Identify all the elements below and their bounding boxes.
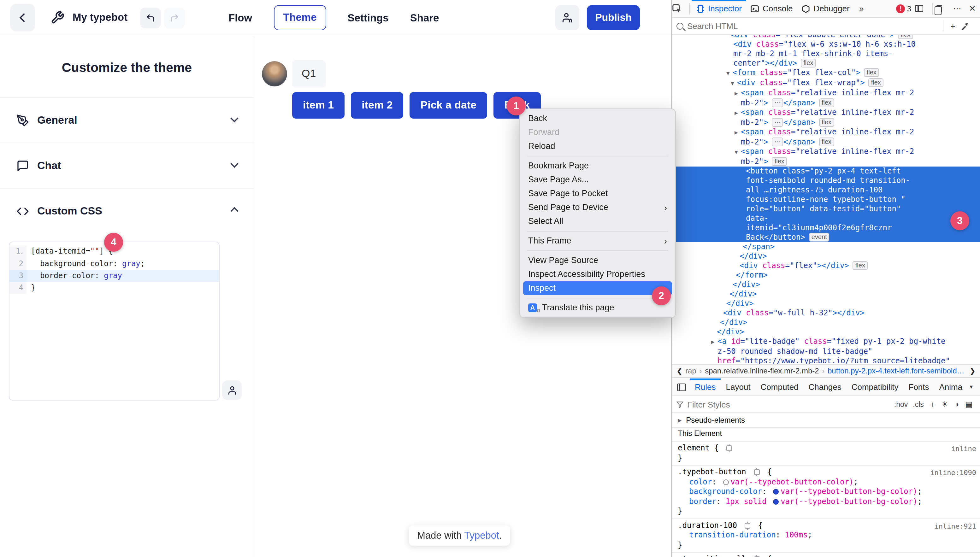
element-picker-button[interactable] bbox=[672, 4, 687, 13]
choice-button-1[interactable]: item 1 bbox=[292, 92, 344, 119]
tree-row[interactable]: </div> bbox=[672, 327, 980, 337]
tree-row[interactable]: <div class="flex w-6 xs:w-10 h-6 xs:h-10… bbox=[672, 40, 980, 68]
color-swatch[interactable] bbox=[773, 498, 779, 504]
menu-item-reload[interactable]: Reload bbox=[520, 139, 675, 153]
rule-source-link[interactable]: inline bbox=[951, 444, 977, 454]
eyedropper-button[interactable] bbox=[960, 22, 975, 30]
split-console-button[interactable] bbox=[915, 5, 930, 12]
expand-arrow-icon[interactable]: ▶ bbox=[735, 128, 741, 137]
sidebar-toggle-icon[interactable] bbox=[677, 383, 686, 391]
breadcrumb-item[interactable]: rap bbox=[685, 366, 696, 375]
tree-row[interactable]: ▼<form class="flex flex-col">flex bbox=[672, 68, 980, 78]
css-rule[interactable]: inline:921.duration-100 {transition-dura… bbox=[672, 518, 980, 552]
responsive-mode-button[interactable] bbox=[934, 5, 950, 12]
menu-item-bookmark-page[interactable]: Bookmark Page bbox=[520, 159, 675, 173]
collapse-arrow-icon[interactable]: ▼ bbox=[726, 69, 733, 78]
tab-theme[interactable]: Theme bbox=[274, 5, 326, 30]
rule-source-link[interactable]: inline:916 bbox=[934, 555, 976, 557]
menu-item-save-page-to-pocket[interactable]: Save Page to Pocket bbox=[520, 187, 675, 200]
rules-tab-changes[interactable]: Changes bbox=[804, 378, 846, 396]
expand-arrow-icon[interactable]: ▶ bbox=[735, 109, 741, 118]
class-toggle[interactable]: .cls bbox=[913, 401, 924, 408]
choice-button-2[interactable]: item 2 bbox=[351, 92, 403, 119]
tree-row[interactable]: ▼<div class="flex flex-wrap">flex bbox=[672, 78, 980, 88]
collapsed-content-icon[interactable]: ⋯ bbox=[772, 98, 783, 107]
menu-item-view-page-source[interactable]: View Page Source bbox=[520, 254, 675, 267]
highlight-target-icon[interactable] bbox=[727, 445, 732, 451]
tree-row[interactable]: </form> bbox=[672, 270, 980, 280]
rules-tab-rules[interactable]: Rules bbox=[690, 378, 721, 396]
expand-arrow-icon[interactable]: ▶ bbox=[711, 337, 717, 347]
rules-tab-computed[interactable]: Computed bbox=[756, 378, 804, 396]
expand-arrow-icon[interactable]: ▶ bbox=[735, 89, 741, 98]
typebot-title[interactable]: My typebot bbox=[73, 11, 127, 23]
color-swatch[interactable] bbox=[773, 489, 779, 495]
light-theme-sim-button[interactable]: ☀ bbox=[941, 400, 948, 409]
menu-item-send-page-to-device[interactable]: Send Page to Device› bbox=[520, 200, 675, 215]
collapse-arrow-icon[interactable]: ▼ bbox=[731, 79, 737, 88]
tree-row[interactable]: ▶<a id="lite-badge" class="fixed py-1 px… bbox=[672, 337, 980, 364]
css-rule[interactable]: inlineelement { } bbox=[672, 441, 980, 465]
menu-item-save-page-as[interactable]: Save Page As... bbox=[520, 173, 675, 187]
css-rule[interactable]: inline:916.transition-all {transition-pr… bbox=[672, 552, 980, 557]
tab-share[interactable]: Share bbox=[410, 12, 439, 24]
selected-element-row[interactable]: <button class="py-2 px-4 text-leftfont-s… bbox=[672, 166, 980, 242]
dark-theme-sim-button[interactable]: ◑ bbox=[954, 400, 959, 409]
collapse-arrow-icon[interactable]: ▼ bbox=[735, 148, 741, 157]
html-tree[interactable]: <div class="flex bubble enter done">flex… bbox=[672, 35, 980, 364]
rule-source-link[interactable]: inline:921 bbox=[934, 521, 976, 531]
sidebar-section-custom-css[interactable]: Custom CSS bbox=[0, 188, 254, 233]
tree-row[interactable]: ▶<span class="relative inline-flex mr-2m… bbox=[672, 88, 980, 108]
editor-line-4[interactable]: 4} bbox=[10, 282, 219, 294]
add-rule-button[interactable]: + bbox=[929, 399, 935, 410]
tree-row[interactable]: </div> bbox=[672, 280, 980, 290]
rules-tab-fonts[interactable]: Fonts bbox=[903, 378, 934, 396]
devtools-more-button[interactable]: ⋯ bbox=[950, 4, 965, 13]
breadcrumb-item[interactable]: button.py-2.px-4.text-left.font-semibold… bbox=[828, 366, 965, 375]
error-badge-icon[interactable]: ! bbox=[896, 4, 905, 13]
menu-item-this-frame[interactable]: This Frame› bbox=[520, 234, 675, 248]
hover-toggle[interactable]: :hov bbox=[894, 401, 908, 408]
editor-line-2[interactable]: 2 background-color: gray; bbox=[10, 258, 219, 270]
typebot-link[interactable]: Typebot bbox=[464, 530, 499, 541]
tabs-dropdown-icon[interactable]: ▼ bbox=[969, 384, 974, 390]
menu-item-select-all[interactable]: Select All bbox=[520, 215, 675, 228]
devtools-tab-console[interactable]: Console bbox=[746, 0, 797, 17]
search-html-input[interactable] bbox=[687, 21, 941, 31]
filter-styles-input[interactable] bbox=[687, 400, 892, 409]
tree-row[interactable]: ▶<span class="relative inline-flex mr-2m… bbox=[672, 108, 980, 127]
tree-row[interactable]: </div> bbox=[672, 299, 980, 308]
breadcrumb-back-arrow[interactable]: ❮ bbox=[674, 366, 685, 375]
tree-row[interactable]: </div> bbox=[672, 318, 980, 327]
flex-badge[interactable]: flex bbox=[869, 78, 884, 87]
flex-badge[interactable]: flex bbox=[772, 157, 787, 166]
flex-badge[interactable]: flex bbox=[898, 35, 913, 39]
preview-avatar-button[interactable] bbox=[222, 380, 242, 400]
collapsed-content-icon[interactable]: ⋯ bbox=[772, 137, 783, 147]
color-swatch[interactable] bbox=[723, 479, 729, 485]
devtools-close-button[interactable]: ✕ bbox=[965, 4, 980, 13]
event-badge[interactable]: event bbox=[809, 233, 830, 242]
tab-overflow-button[interactable]: » bbox=[854, 4, 869, 13]
custom-css-editor[interactable]: 1⌄[data-itemid=""] {2 background-color: … bbox=[9, 242, 220, 401]
collapsed-content-icon[interactable]: ⋯ bbox=[772, 118, 783, 127]
tree-row[interactable]: </span> bbox=[672, 242, 980, 252]
devtools-tab-debugger[interactable]: Debugger bbox=[797, 0, 854, 17]
tab-flow[interactable]: Flow bbox=[228, 12, 252, 24]
rules-list[interactable]: inlineelement { }inline:1090.typebot-but… bbox=[672, 441, 980, 557]
sidebar-section-chat[interactable]: Chat bbox=[0, 143, 254, 188]
pseudo-elements-row[interactable]: ▶ Pseudo-elements bbox=[672, 413, 980, 428]
tree-row[interactable]: ▼<span class="relative inline-flex mr-2m… bbox=[672, 147, 980, 166]
menu-item-back[interactable]: Back bbox=[520, 112, 675, 125]
breadcrumb-forward-arrow[interactable]: ❯ bbox=[967, 366, 978, 375]
sidebar-section-general[interactable]: General bbox=[0, 97, 254, 143]
tree-row[interactable]: <div class="w-full h-32"></div> bbox=[672, 308, 980, 318]
tree-row[interactable]: <div class="flex bubble enter done">flex bbox=[672, 35, 980, 40]
menu-item-translate-this-page[interactable]: AɑTranslate this page bbox=[520, 301, 675, 315]
flex-badge[interactable]: flex bbox=[853, 261, 867, 270]
menu-item-inspect-accessibility-properties[interactable]: Inspect Accessibility Properties bbox=[520, 267, 675, 281]
editor-line-3[interactable]: 3 border-color: gray bbox=[10, 270, 219, 282]
rules-tab-compatibility[interactable]: Compatibility bbox=[846, 378, 903, 396]
add-node-button[interactable]: + bbox=[945, 21, 960, 31]
flex-badge[interactable]: flex bbox=[819, 118, 834, 127]
